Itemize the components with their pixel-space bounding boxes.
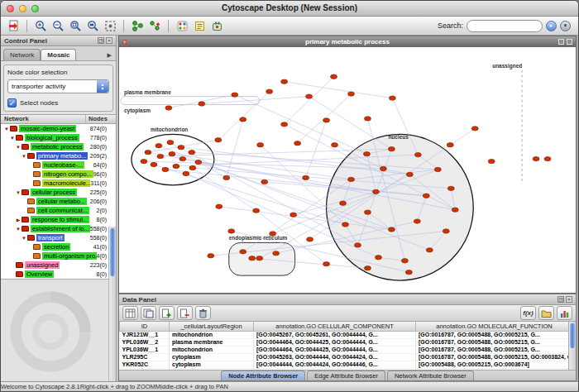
zoom-fit-button[interactable] <box>84 18 101 34</box>
network-edge[interactable] <box>227 119 243 178</box>
network-node[interactable] <box>323 262 330 266</box>
network-node[interactable] <box>375 256 381 260</box>
network-node[interactable] <box>273 251 280 256</box>
tree-column-network[interactable]: Network <box>1 115 86 123</box>
network-node[interactable] <box>434 167 441 171</box>
network-node[interactable] <box>189 165 196 170</box>
network-overview-button[interactable] <box>129 18 146 34</box>
network-node[interactable] <box>294 141 301 146</box>
network-node[interactable] <box>156 144 162 148</box>
network-node[interactable] <box>162 167 169 171</box>
node-color-dropdown[interactable]: transporter activity ▲▼ <box>7 79 109 93</box>
tab-node-attribute-browser[interactable]: Node Attribute Browser <box>221 370 305 380</box>
table-cell[interactable]: [GO:0016787, GO:0005488, GO:0005215, G..… <box>416 331 569 338</box>
tab-mosaic[interactable]: Mosaic <box>41 49 76 60</box>
network-node[interactable] <box>290 213 297 217</box>
network-node[interactable] <box>332 143 338 147</box>
network-node[interactable] <box>389 96 395 100</box>
delete-attribute-button[interactable] <box>177 306 193 320</box>
network-node[interactable] <box>240 117 246 122</box>
import-network-button[interactable] <box>5 18 22 34</box>
create-view-button[interactable] <box>146 18 163 34</box>
network-node[interactable] <box>240 250 246 254</box>
tree-row[interactable]: Overview8(0) <box>1 270 116 279</box>
network-canvas[interactable]: plasma membranecytoplasmmitochondrionnuc… <box>119 47 576 293</box>
table-cell[interactable]: mitochondrion <box>170 331 254 338</box>
tree-row[interactable]: ▼metabolic process280(0) <box>1 142 116 151</box>
tree-node-label[interactable]: nitrogen compo... <box>42 170 93 178</box>
search-input[interactable] <box>467 20 543 32</box>
network-node[interactable] <box>167 141 174 145</box>
network-node[interactable] <box>380 166 386 170</box>
table-cell[interactable]: mitochondrion <box>170 346 254 353</box>
tree-node-label[interactable]: establishment of lo... <box>31 225 90 232</box>
table-cell[interactable]: [GO:0044464, GO:0044425, GO:0044444, G..… <box>254 338 416 346</box>
expand-icon[interactable]: ▼ <box>9 136 16 141</box>
attribute-matrix-button[interactable] <box>557 306 572 320</box>
fit-content-button[interactable] <box>102 18 118 34</box>
expand-icon[interactable]: ▼ <box>15 190 22 195</box>
network-node[interactable] <box>406 172 413 176</box>
tree-row[interactable]: nitrogen compo...96(0) <box>1 170 116 179</box>
import-attributes-button[interactable] <box>538 306 554 320</box>
network-node[interactable] <box>388 227 395 232</box>
network-node[interactable] <box>405 270 412 274</box>
column-header[interactable]: annotation.GO CELLULAR_COMPONENT <box>254 322 416 331</box>
network-edge[interactable] <box>193 168 256 211</box>
network-node[interactable] <box>452 208 458 212</box>
select-nodes-checkbox[interactable]: ✓ <box>7 98 17 108</box>
frame-close-icon[interactable] <box>122 40 127 45</box>
new-attribute-button[interactable] <box>159 306 175 320</box>
clear-attributes-button[interactable] <box>195 306 211 320</box>
network-node[interactable] <box>281 122 288 127</box>
tree-row[interactable]: ▼biological_process778(0) <box>1 133 116 142</box>
network-node[interactable] <box>281 79 288 84</box>
network-node[interactable] <box>447 143 453 147</box>
network-node[interactable] <box>303 175 309 179</box>
network-node[interactable] <box>151 162 157 166</box>
tab-edge-attribute-browser[interactable]: Edge Attribute Browser <box>307 370 385 380</box>
table-cell[interactable]: [GO:0016787, GO:0005488, GO:0005215, G..… <box>416 346 569 353</box>
tree-node-label[interactable]: response to stimul... <box>31 216 89 223</box>
table-cell[interactable]: YLR295C <box>120 353 170 361</box>
tree-row[interactable]: ▼primary metabo...209(2) <box>1 151 116 160</box>
network-edge[interactable] <box>285 77 334 125</box>
network-node[interactable] <box>253 208 260 213</box>
tree-node-label[interactable]: cellular metabo... <box>36 198 87 205</box>
tree-node-label[interactable]: biological_process <box>25 134 79 141</box>
network-node[interactable] <box>447 186 454 190</box>
tree-row[interactable]: nucleobase-...64(0) <box>1 160 116 170</box>
tree-node-label[interactable]: nucleobase-... <box>42 161 84 169</box>
tree-node-label[interactable]: transport <box>36 234 65 241</box>
network-node[interactable] <box>199 102 205 106</box>
tree-row[interactable]: multi-organism pro...4(0) <box>1 251 116 261</box>
network-edge[interactable] <box>309 97 392 150</box>
table-cell[interactable]: [GO:0044444, GO:0044424, GO:0044446, G..… <box>254 361 416 368</box>
table-cell[interactable]: [GO:0045263, GO:0044444, GO:0044424, G..… <box>254 353 416 361</box>
tree-node-label[interactable]: secretion <box>42 243 70 251</box>
network-node[interactable] <box>249 256 256 261</box>
network-node[interactable] <box>306 94 313 98</box>
table-scrollbar-thumb[interactable] <box>570 323 575 348</box>
plugin-manager-button[interactable] <box>208 18 225 34</box>
expand-icon[interactable]: ▼ <box>21 154 27 159</box>
network-edge[interactable] <box>202 97 309 104</box>
table-cell[interactable]: YKR052C <box>120 361 170 368</box>
expand-icon[interactable]: ▶ <box>15 217 22 222</box>
expand-icon[interactable]: ▼ <box>15 227 22 232</box>
network-node[interactable] <box>401 259 408 263</box>
network-node[interactable] <box>533 156 539 160</box>
network-node[interactable] <box>215 138 222 142</box>
close-panel-button[interactable]: × <box>106 37 112 44</box>
zoom-out-button[interactable] <box>50 18 66 34</box>
tree-node-label[interactable]: mosaic-demo-yeast <box>19 125 76 132</box>
network-node[interactable] <box>261 179 268 184</box>
table-cell[interactable]: [GO:0016787, GO:0005488, GO:0005215, G..… <box>416 338 569 346</box>
network-node[interactable] <box>488 159 495 163</box>
network-edge[interactable] <box>235 95 367 155</box>
frame-minimize-icon[interactable] <box>558 39 564 45</box>
network-node[interactable] <box>169 151 175 155</box>
network-node[interactable] <box>414 219 420 223</box>
table-row[interactable]: YPL036W__1mitochondrion[GO:0044464, GO:0… <box>120 346 569 353</box>
frame-maximize-icon[interactable] <box>567 39 572 45</box>
